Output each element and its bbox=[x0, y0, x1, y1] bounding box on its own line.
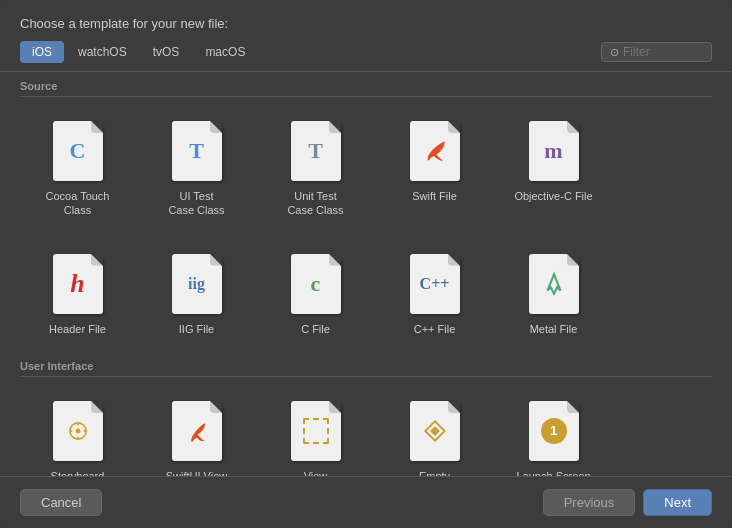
filter-input[interactable] bbox=[623, 45, 703, 59]
t-gray-letter: T bbox=[308, 138, 323, 164]
ui-test-icon: T bbox=[170, 119, 224, 183]
iig-file-icon: iig bbox=[170, 252, 224, 316]
h-letter: h bbox=[70, 269, 84, 299]
content-area: Source C Cocoa TouchClass T UI Tes bbox=[0, 72, 732, 476]
storyboard-label: Storyboard bbox=[51, 469, 105, 476]
view-icon bbox=[289, 399, 343, 463]
iig-letter: iig bbox=[188, 275, 205, 293]
c-file-label: C File bbox=[301, 322, 330, 336]
unit-test-icon: T bbox=[289, 119, 343, 183]
view-item[interactable]: View bbox=[258, 389, 373, 476]
previous-button[interactable]: Previous bbox=[543, 489, 636, 516]
cocoa-touch-class-label: Cocoa TouchClass bbox=[45, 189, 109, 218]
unit-test-label: Unit TestCase Class bbox=[287, 189, 343, 218]
tab-tvos[interactable]: tvOS bbox=[141, 41, 192, 63]
empty-svg bbox=[422, 418, 448, 444]
swift-logo bbox=[422, 138, 448, 164]
dialog-title: Choose a template for your new file: bbox=[20, 16, 257, 31]
objective-c-icon: m bbox=[527, 119, 581, 183]
cocoa-touch-class-item[interactable]: C Cocoa TouchClass bbox=[20, 109, 135, 226]
metal-file-icon bbox=[527, 252, 581, 316]
empty-label: Empty bbox=[419, 469, 450, 476]
launch-circle: 1 bbox=[541, 418, 567, 444]
storyboard-svg bbox=[65, 418, 91, 444]
launch-screen-item[interactable]: 1 Launch Screen bbox=[496, 389, 611, 476]
metal-file-item[interactable]: Metal File bbox=[496, 242, 611, 344]
header-file-label: Header File bbox=[49, 322, 106, 336]
footer: Cancel Previous Next bbox=[0, 476, 732, 528]
svg-marker-7 bbox=[430, 426, 440, 436]
metal-file-label: Metal File bbox=[530, 322, 578, 336]
svg-point-1 bbox=[75, 428, 80, 433]
dialog-header: Choose a template for your new file: iOS… bbox=[0, 0, 732, 72]
swiftui-view-label: SwiftUI View bbox=[166, 469, 228, 476]
view-label: View bbox=[304, 469, 328, 476]
swiftui-view-icon bbox=[170, 399, 224, 463]
swiftui-svg bbox=[184, 418, 210, 444]
next-button[interactable]: Next bbox=[643, 489, 712, 516]
c-file-item[interactable]: c C File bbox=[258, 242, 373, 344]
metal-logo bbox=[541, 271, 567, 297]
c-file-icon: c bbox=[289, 252, 343, 316]
empty-icon bbox=[408, 399, 462, 463]
objective-c-label: Objective-C File bbox=[514, 189, 592, 203]
objective-c-item[interactable]: m Objective-C File bbox=[496, 109, 611, 226]
empty-item[interactable]: Empty bbox=[377, 389, 492, 476]
swift-file-label: Swift File bbox=[412, 189, 457, 203]
header-file-item[interactable]: h Header File bbox=[20, 242, 135, 344]
iig-file-label: IIG File bbox=[179, 322, 214, 336]
cpp-file-item[interactable]: C++ C++ File bbox=[377, 242, 492, 344]
storyboard-item[interactable]: Storyboard bbox=[20, 389, 135, 476]
cancel-button[interactable]: Cancel bbox=[20, 489, 102, 516]
launch-screen-label: Launch Screen bbox=[517, 469, 591, 476]
cpp-file-icon: C++ bbox=[408, 252, 462, 316]
c-file-letter: c bbox=[311, 271, 321, 297]
c-letter: C bbox=[70, 138, 86, 164]
iig-file-item[interactable]: iig IIG File bbox=[139, 242, 254, 344]
tab-watchos[interactable]: watchOS bbox=[66, 41, 139, 63]
swift-file-icon bbox=[408, 119, 462, 183]
ui-test-label: UI TestCase Class bbox=[168, 189, 224, 218]
t-blue-letter: T bbox=[189, 138, 204, 164]
unit-test-case-class-item[interactable]: T Unit TestCase Class bbox=[258, 109, 373, 226]
tab-ios[interactable]: iOS bbox=[20, 41, 64, 63]
source-section-label: Source bbox=[20, 72, 712, 97]
filter-area[interactable]: ⊙ bbox=[601, 42, 712, 62]
ui-test-case-class-item[interactable]: T UI TestCase Class bbox=[139, 109, 254, 226]
ui-section-label: User Interface bbox=[20, 352, 712, 377]
view-dashed-box bbox=[303, 418, 329, 444]
source-row-2: h Header File iig IIG File c bbox=[20, 234, 712, 352]
new-file-dialog: Choose a template for your new file: iOS… bbox=[0, 0, 732, 528]
tab-bar: iOSwatchOStvOSmacOS bbox=[20, 41, 257, 63]
footer-right: Previous Next bbox=[543, 489, 712, 516]
tab-macos[interactable]: macOS bbox=[193, 41, 257, 63]
swiftui-view-item[interactable]: SwiftUI View bbox=[139, 389, 254, 476]
header-file-icon: h bbox=[51, 252, 105, 316]
swift-file-item[interactable]: Swift File bbox=[377, 109, 492, 226]
storyboard-icon bbox=[51, 399, 105, 463]
launch-screen-icon: 1 bbox=[527, 399, 581, 463]
filter-icon: ⊙ bbox=[610, 46, 619, 59]
cpp-file-label: C++ File bbox=[414, 322, 456, 336]
source-row-1: C Cocoa TouchClass T UI TestCase Class bbox=[20, 101, 712, 234]
ui-row: Storyboard SwiftUI View bbox=[20, 381, 712, 476]
m-letter: m bbox=[544, 138, 562, 164]
cpp-letter: C++ bbox=[420, 275, 450, 293]
cocoa-touch-class-icon: C bbox=[51, 119, 105, 183]
